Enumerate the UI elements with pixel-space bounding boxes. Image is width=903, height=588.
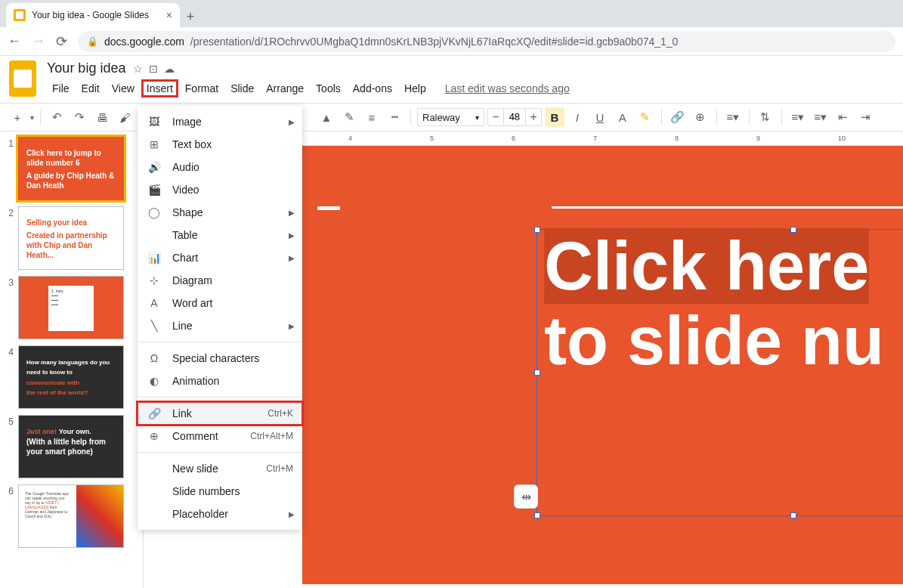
- menu-item-label: Link: [172, 407, 192, 419]
- tab-strip: Your big idea - Google Slides × +: [0, 0, 903, 27]
- insert-menu-link[interactable]: 🔗LinkCtrl+K: [138, 402, 302, 425]
- selection-box[interactable]: [537, 229, 903, 516]
- insert-menu-special-characters[interactable]: ΩSpecial characters: [138, 347, 302, 370]
- slide-thumbnail[interactable]: Selling your ideaCreated in partnership …: [18, 206, 124, 270]
- reload-button[interactable]: ⟳: [56, 33, 67, 50]
- insert-comment-button[interactable]: ⊕: [691, 107, 710, 127]
- line-spacing-button[interactable]: ⇅: [756, 107, 775, 127]
- underline-button[interactable]: U: [590, 107, 610, 127]
- video-icon: 🎬: [147, 184, 162, 196]
- italic-button[interactable]: I: [567, 107, 587, 127]
- star-icon[interactable]: ☆: [133, 63, 143, 75]
- bulleted-list-button[interactable]: ≡▾: [811, 107, 830, 127]
- cloud-icon[interactable]: ☁: [164, 63, 175, 75]
- fill-color-button[interactable]: ▲: [317, 107, 336, 127]
- menu-item-label: Line: [172, 320, 192, 332]
- insert-menu-text-box[interactable]: ⊞Text box: [138, 133, 302, 156]
- border-weight-button[interactable]: ≡: [362, 107, 382, 127]
- insert-menu-placeholder[interactable]: Placeholder▶: [138, 503, 302, 525]
- border-color-button[interactable]: ✎: [339, 107, 359, 127]
- insert-menu-animation[interactable]: ◐Animation: [138, 370, 302, 392]
- new-slide-button[interactable]: +: [8, 107, 27, 127]
- menu-edit[interactable]: Edit: [76, 79, 105, 97]
- undo-button[interactable]: ↶: [47, 107, 66, 127]
- align-button[interactable]: ≡▾: [723, 107, 743, 127]
- ruler-tick: 7: [593, 135, 597, 142]
- url-input[interactable]: 🔒 docs.google.com/presentation/d/1ROchrv…: [78, 31, 895, 52]
- decrease-font-button[interactable]: −: [488, 110, 503, 124]
- insert-menu-image[interactable]: 🖼Image▶: [138, 110, 302, 133]
- insert-menu-word-art[interactable]: AWord art: [138, 292, 302, 314]
- border-dash-button[interactable]: ┅: [385, 107, 404, 127]
- menu-insert[interactable]: Insert: [141, 79, 178, 97]
- menu-arrange[interactable]: Arrange: [261, 79, 309, 97]
- insert-menu-shape[interactable]: ◯Shape▶: [138, 201, 302, 224]
- font-size-input[interactable]: 48: [503, 109, 526, 125]
- divider-line: [552, 206, 903, 209]
- insert-menu-diagram[interactable]: ⊹Diagram: [138, 269, 302, 292]
- insert-menu-video[interactable]: 🎬Video: [138, 178, 302, 201]
- menu-help[interactable]: Help: [399, 79, 431, 97]
- increase-font-button[interactable]: +: [526, 110, 541, 124]
- insert-link-button[interactable]: 🔗: [668, 107, 688, 127]
- move-icon[interactable]: ⊡: [149, 63, 158, 75]
- ruler-tick: 9: [756, 135, 760, 142]
- app-header: Your big idea ☆ ⊡ ☁ File Edit View Inser…: [0, 56, 903, 98]
- slide-number: 2: [3, 206, 14, 218]
- slide-thumbnail[interactable]: Click here to jump to slide number 6A gu…: [18, 137, 124, 200]
- highlight-color-button[interactable]: ✎: [636, 107, 655, 127]
- insert-menu-table[interactable]: Table▶: [138, 224, 302, 246]
- slide-thumbnail[interactable]: How many languages do you need to know t…: [18, 345, 124, 409]
- menu-addons[interactable]: Add-ons: [348, 79, 397, 97]
- slides-favicon: [14, 9, 26, 21]
- slides-logo[interactable]: [9, 60, 39, 98]
- menu-slide[interactable]: Slide: [225, 79, 259, 97]
- last-edit-link[interactable]: Last edit was seconds ago: [445, 82, 570, 94]
- menu-format[interactable]: Format: [180, 79, 224, 97]
- shape-icon: ◯: [147, 206, 162, 218]
- slide-thumbnail[interactable]: The Google Translate appcan speak anythi…: [18, 484, 124, 548]
- paint-format-button[interactable]: 🖌: [115, 107, 135, 127]
- text-color-button[interactable]: A: [613, 107, 632, 127]
- ruler-tick: 8: [675, 135, 679, 142]
- browser-tab[interactable]: Your big idea - Google Slides ×: [6, 3, 180, 27]
- insert-menu-line[interactable]: ╲Line▶: [138, 314, 302, 337]
- autofit-icon[interactable]: ⇹: [514, 484, 538, 509]
- keyboard-shortcut: Ctrl+K: [267, 408, 293, 419]
- close-tab-icon[interactable]: ×: [166, 9, 172, 21]
- diagram-icon: ⊹: [147, 274, 162, 286]
- accent-bar: [317, 206, 340, 210]
- menu-file[interactable]: File: [47, 79, 75, 97]
- insert-menu-audio[interactable]: 🔊Audio: [138, 156, 302, 178]
- back-button[interactable]: ←: [8, 33, 21, 49]
- menu-tools[interactable]: Tools: [311, 79, 346, 97]
- document-title[interactable]: Your big idea: [47, 60, 125, 76]
- menu-item-label: New slide: [172, 463, 218, 475]
- decrease-indent-button[interactable]: ⇤: [833, 107, 853, 127]
- forward-button[interactable]: →: [32, 33, 45, 49]
- redo-button[interactable]: ↷: [70, 107, 89, 127]
- bold-button[interactable]: B: [545, 107, 564, 127]
- print-button[interactable]: 🖶: [92, 107, 112, 127]
- menu-view[interactable]: View: [107, 79, 140, 97]
- new-tab-button[interactable]: +: [180, 6, 201, 27]
- insert-menu-comment[interactable]: ⊕CommentCtrl+Alt+M: [138, 425, 302, 447]
- menu-item-label: Slide numbers: [172, 485, 240, 497]
- slide-thumbnail[interactable]: Just one! Your own.(With a little help f…: [18, 415, 124, 478]
- animation-icon: ◐: [147, 375, 162, 387]
- menu-bar: File Edit View Insert Format Slide Arran…: [47, 79, 894, 97]
- ruler-tick: 5: [430, 135, 434, 142]
- ruler-tick: 6: [512, 135, 515, 142]
- chevron-right-icon: ▶: [289, 209, 295, 217]
- slide-number: 3: [3, 276, 14, 288]
- insert-menu-chart[interactable]: 📊Chart▶: [138, 246, 302, 269]
- chevron-right-icon: ▶: [289, 322, 295, 330]
- slide-canvas[interactable]: Click here to slide nu ⇹: [302, 146, 903, 584]
- insert-menu-slide-numbers[interactable]: Slide numbers: [138, 480, 302, 503]
- slide-thumbnail[interactable]: 1. Intro━━━━━━━━━: [18, 276, 124, 339]
- address-bar: ← → ⟳ 🔒 docs.google.com/presentation/d/1…: [0, 27, 903, 56]
- font-family-select[interactable]: Raleway▾: [417, 108, 484, 126]
- numbered-list-button[interactable]: ≡▾: [788, 107, 808, 127]
- increase-indent-button[interactable]: ⇥: [856, 107, 876, 127]
- insert-menu-new-slide[interactable]: New slideCtrl+M: [138, 457, 302, 480]
